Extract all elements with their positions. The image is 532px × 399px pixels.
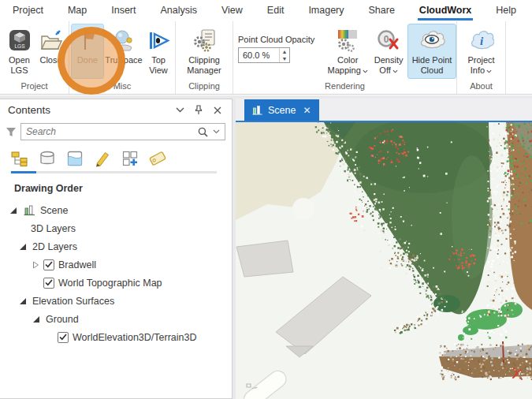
project-info-label: Project Info xyxy=(462,55,501,76)
menu-view[interactable]: View xyxy=(220,1,244,21)
spinner-down-icon[interactable]: ▼ xyxy=(280,55,289,62)
tree-row-3d-layers[interactable]: 3D Layers xyxy=(9,219,232,237)
tree-row-scene[interactable]: Scene xyxy=(9,201,232,219)
scene-tab-close-icon[interactable]: ✕ xyxy=(303,105,311,116)
ribbon-group-about: i Project Info About xyxy=(457,21,506,94)
top-view-button[interactable]: Top View xyxy=(143,24,173,79)
workspace: Contents xyxy=(0,95,532,399)
group-label-about: About xyxy=(457,81,505,94)
density-off-label: Density Off xyxy=(371,55,406,76)
search-magnifier-icon[interactable] xyxy=(198,127,208,137)
tab-labeling-icon[interactable] xyxy=(148,149,167,168)
opacity-spinner[interactable]: ▲ ▼ xyxy=(279,48,289,62)
spinner-up-icon[interactable]: ▲ xyxy=(280,48,289,55)
group-label-project: Project xyxy=(0,81,69,94)
menu-bar: Project Map Insert Analysis View Edit Im… xyxy=(0,0,532,21)
tab-selection-icon[interactable] xyxy=(65,149,84,168)
tree-label: Elevation Surfaces xyxy=(32,296,114,307)
point-cloud-opacity-label: Point Cloud Opacity xyxy=(238,35,314,44)
tree-label: 2D Layers xyxy=(32,241,77,252)
scene-tab-icon xyxy=(252,105,262,115)
world-topographic-map-checkbox[interactable] xyxy=(43,278,54,289)
chevron-down-icon xyxy=(392,69,398,73)
menu-share[interactable]: Share xyxy=(367,1,396,21)
menu-edit[interactable]: Edit xyxy=(266,1,286,21)
open-lgs-icon: LGS xyxy=(8,26,32,54)
bradwell-checkbox[interactable] xyxy=(43,259,54,270)
group-label-clipping: Clipping xyxy=(176,81,233,94)
panel-close-icon[interactable] xyxy=(210,104,225,117)
contents-header: Contents xyxy=(0,99,232,121)
menu-help[interactable]: Help xyxy=(494,1,518,21)
tree-row-ground[interactable]: Ground xyxy=(9,310,232,328)
project-info-button[interactable]: i Project Info xyxy=(460,24,503,79)
expander-collapsed-icon[interactable] xyxy=(32,261,40,269)
menu-project[interactable]: Project xyxy=(11,1,45,21)
chevron-down-icon xyxy=(486,69,492,73)
clipping-manager-label: Clipping Manager xyxy=(182,55,226,76)
open-lgs-button[interactable]: LGS Open LGS xyxy=(3,24,36,79)
search-options-chevron-icon[interactable] xyxy=(213,129,220,134)
svg-text:LGS: LGS xyxy=(14,43,25,49)
tree-row-world-topographic-map[interactable]: World Topographic Map xyxy=(9,274,232,292)
tree-label: Scene xyxy=(40,205,68,216)
tree-row-worldelevation3d[interactable]: WorldElevation3D/Terrain3D xyxy=(9,328,232,346)
menu-analysis[interactable]: Analysis xyxy=(158,1,199,21)
scene-render xyxy=(236,122,532,399)
open-lgs-label: Open LGS xyxy=(5,55,35,76)
tab-new-layer-icon[interactable] xyxy=(121,149,140,168)
worldelevation3d-checkbox[interactable] xyxy=(58,332,69,343)
scene-tab-label: Scene xyxy=(268,105,296,116)
chevron-down-icon xyxy=(363,69,368,73)
ribbon-filler xyxy=(506,21,532,94)
color-mapping-button[interactable]: Color Mapping xyxy=(326,24,370,79)
top-view-label: Top View xyxy=(145,55,172,76)
expander-expanded-icon[interactable] xyxy=(19,243,27,251)
filter-funnel-icon[interactable] xyxy=(4,127,17,137)
tree-label: Ground xyxy=(46,314,79,325)
menu-imagery[interactable]: Imagery xyxy=(307,1,345,21)
project-info-icon: i xyxy=(469,26,494,54)
tree-label: 3D Layers xyxy=(31,223,76,234)
density-off-icon: 0 xyxy=(377,26,400,54)
tab-drawing-order-icon[interactable] xyxy=(10,149,29,168)
panel-menu-chevron-icon[interactable] xyxy=(173,104,187,117)
panel-title: Contents xyxy=(8,104,168,116)
click-highlight-ring xyxy=(58,27,125,95)
density-off-button[interactable]: 0 Density Off xyxy=(370,24,407,79)
tab-edit-pencil-icon[interactable] xyxy=(93,149,112,168)
point-cloud-opacity-control: Point Cloud Opacity 60.0 % ▲ ▼ xyxy=(233,24,321,63)
expander-expanded-icon[interactable] xyxy=(32,315,40,323)
panel-pin-icon[interactable] xyxy=(192,104,206,117)
color-mapping-icon xyxy=(336,26,359,54)
svg-text:0: 0 xyxy=(384,34,389,45)
tab-data-source-icon[interactable] xyxy=(38,149,57,168)
expander-expanded-icon[interactable] xyxy=(19,297,27,305)
search-box[interactable] xyxy=(20,123,225,140)
scene-view-tab[interactable]: Scene ✕ xyxy=(244,99,319,121)
contents-panel: Contents xyxy=(0,99,233,399)
tree-label: WorldElevation3D/Terrain3D xyxy=(73,332,196,343)
opacity-value: 60.0 % xyxy=(239,50,279,60)
tree-row-elevation-surfaces[interactable]: Elevation Surfaces xyxy=(9,292,232,310)
clipping-manager-button[interactable]: Clipping Manager xyxy=(180,24,228,79)
group-label-rendering: Rendering xyxy=(233,81,456,94)
clipping-manager-icon xyxy=(192,26,217,54)
ribbon-group-rendering: Point Cloud Opacity 60.0 % ▲ ▼ xyxy=(233,21,457,94)
menu-insert[interactable]: Insert xyxy=(110,1,137,21)
top-view-icon xyxy=(147,26,170,54)
tree-row-bradwell[interactable]: Bradwell xyxy=(9,255,232,274)
ribbon-group-clipping: Clipping Manager Clipping xyxy=(176,21,233,94)
expander-expanded-icon[interactable] xyxy=(9,207,17,214)
opacity-spinbox[interactable]: 60.0 % ▲ ▼ xyxy=(238,47,290,63)
contents-view-tabs xyxy=(0,144,232,173)
menu-map[interactable]: Map xyxy=(66,1,88,21)
active-tab-underline xyxy=(11,171,36,173)
hide-point-cloud-label: Hide Point Cloud xyxy=(409,55,455,76)
menu-cloudworx[interactable]: CloudWorx xyxy=(418,1,473,21)
search-input[interactable] xyxy=(21,126,198,137)
tree-row-2d-layers[interactable]: 2D Layers xyxy=(9,237,232,255)
scene-canvas[interactable] xyxy=(236,122,532,399)
tab-underline-track xyxy=(10,171,217,173)
hide-point-cloud-button[interactable]: Hide Point Cloud xyxy=(407,24,456,79)
